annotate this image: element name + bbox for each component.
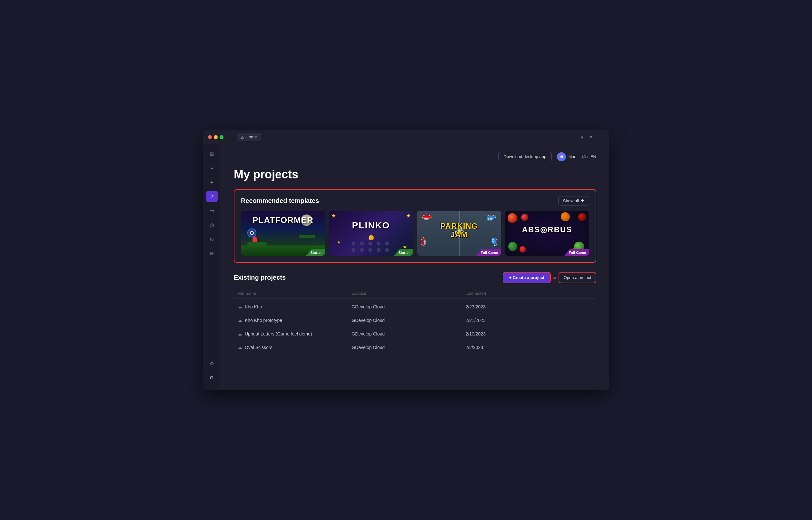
parking-jam-title: PARKINGJAM (421, 222, 497, 239)
plus-icon: ✚ (581, 199, 584, 203)
main-layout: ⊞ » ✦ ↗ ▭ ◎ ⊙ ⊕ ⚙ G Download desktop app… (203, 144, 609, 390)
home-tab-label: Home (246, 134, 257, 139)
sidebar-item-gamepad[interactable]: ⊙ (206, 233, 218, 245)
project-name-cell: ☁ Kho Kho (238, 304, 352, 309)
star-decoration-right: ★ (406, 213, 410, 218)
template-card-parking-jam[interactable]: 🚗 🚙 🚕 🚗 🚙 PARKINGJAM Full Game (417, 211, 501, 256)
project-location: GDevelop Cloud (352, 304, 465, 309)
titlebar-right: ∨ ✦ ⋮ (580, 134, 604, 141)
user-profile[interactable]: 4i 4ian (557, 152, 576, 161)
sidebar-item-cursor[interactable]: ↗ (206, 191, 218, 202)
platformer-title: PLATFORMER (245, 215, 321, 225)
avatar: 4i (557, 152, 566, 161)
sidebar-item-gift[interactable]: ◎ (206, 219, 218, 231)
cloud-icon: ☁ (238, 304, 242, 309)
traffic-lights (208, 135, 223, 139)
menu-icon[interactable]: ≡ (227, 133, 233, 141)
template-card-absorbus[interactable]: ABS◎RBUS Full Game (505, 211, 589, 256)
last-edited-header: Last edited (466, 291, 579, 296)
cloud-icon: ☁ (238, 318, 242, 323)
recommended-templates-section: Recommended templates Show all ✚ PLATFOR… (234, 189, 596, 263)
project-date: 2/23/2023 (466, 304, 579, 309)
project-name-cell: ☁ Oval Scissors (238, 345, 352, 350)
chevron-down-icon[interactable]: ∨ (580, 134, 584, 140)
absorbus-full-game-badge: Full Game (564, 249, 589, 256)
download-desktop-app-button[interactable]: Download desktop app (498, 152, 552, 161)
project-name: Upbeat Letters (Game feel demo) (245, 331, 312, 336)
cloud-icon: ☁ (238, 331, 242, 336)
location-header: Location (352, 291, 465, 296)
sidebar-item-globe[interactable]: ⊕ (206, 248, 218, 259)
home-icon: ⌂ (241, 134, 243, 140)
table-row[interactable]: ☁ Oval Scissors GDevelop Cloud 2/2/2023 … (234, 341, 596, 354)
existing-header: Existing projects + Create a project or … (234, 272, 596, 283)
show-all-button[interactable]: Show all ✚ (558, 196, 589, 206)
star-decoration-left: ★ (331, 213, 336, 218)
project-more-button[interactable]: ⋮ (579, 344, 592, 351)
table-row[interactable]: ☁ Kho Kho prototype GDevelop Cloud 2/21/… (234, 314, 596, 327)
sidebar: ⊞ » ✦ ↗ ▭ ◎ ⊙ ⊕ ⚙ G (203, 144, 221, 390)
project-more-button[interactable]: ⋮ (579, 330, 592, 337)
project-date: 2/21/2023 (466, 318, 579, 323)
or-separator: or (553, 275, 557, 280)
content-area: Download desktop app 4i 4ian ⟨A⟩ EN My p… (221, 144, 609, 390)
show-all-label: Show all (563, 199, 579, 203)
username-label: 4ian (569, 154, 576, 159)
existing-title: Existing projects (234, 274, 286, 281)
home-tab[interactable]: ⌂ Home (237, 133, 261, 141)
project-more-button[interactable]: ⋮ (579, 317, 592, 324)
filename-header: File name (238, 291, 352, 296)
table-row[interactable]: ☁ Kho Kho GDevelop Cloud 2/23/2023 ⋮ (234, 300, 596, 314)
project-name: Oval Scissors (245, 345, 272, 350)
existing-projects-section: Existing projects + Create a project or … (234, 272, 596, 354)
template-card-platformer[interactable]: PLATFORMER (241, 211, 325, 256)
page-title: My projects (234, 168, 596, 181)
titlebar: ≡ ⌂ Home ∨ ✦ ⋮ (203, 130, 609, 144)
plinko-thumbnail: ★ ★ PLINKO (329, 211, 413, 256)
project-name-cell: ☁ Upbeat Letters (Game feel demo) (238, 331, 352, 336)
sidebar-item-panels[interactable]: ⊞ (206, 148, 218, 160)
language-label: EN (591, 154, 596, 159)
maximize-button[interactable] (220, 135, 223, 139)
plinko-title: PLINKO (333, 220, 409, 231)
settings-icon[interactable]: ⚙ (206, 358, 218, 369)
recommended-title: Recommended templates (241, 197, 319, 205)
close-button[interactable] (208, 135, 212, 139)
actions-header (579, 291, 592, 296)
project-more-button[interactable]: ⋮ (579, 303, 592, 310)
translate-icon: ⟨A⟩ (582, 154, 588, 159)
project-date: 2/2/2023 (466, 345, 579, 350)
project-location: GDevelop Cloud (352, 331, 465, 336)
platformer-thumbnail: PLATFORMER (241, 211, 325, 256)
template-card-plinko[interactable]: ★ ★ PLINKO (329, 211, 413, 256)
project-name: Kho Kho prototype (245, 318, 282, 323)
more-options-icon[interactable]: ⋮ (598, 134, 604, 141)
content-topbar: Download desktop app 4i 4ian ⟨A⟩ EN (234, 152, 596, 161)
language-selector[interactable]: ⟨A⟩ EN (582, 154, 596, 159)
minimize-button[interactable] (214, 135, 218, 139)
templates-grid: PLATFORMER (241, 211, 589, 256)
sidebar-item-monitor[interactable]: ▭ (206, 205, 218, 216)
project-date: 2/10/2023 (466, 331, 579, 336)
sidebar-item-sparkle[interactable]: ✦ (206, 177, 218, 188)
absorbus-title: ABS◎RBUS (509, 225, 585, 234)
puzzle-icon[interactable]: ✦ (589, 134, 593, 140)
sidebar-item-expand[interactable]: » (206, 162, 218, 174)
app-window: ≡ ⌂ Home ∨ ✦ ⋮ ⊞ » ✦ ↗ ▭ ◎ ⊙ ⊕ ⚙ G (203, 130, 609, 390)
create-project-button[interactable]: + Create a project (503, 272, 551, 283)
project-name-cell: ☁ Kho Kho prototype (238, 318, 352, 323)
cloud-icon: ☁ (238, 345, 242, 350)
project-name: Kho Kho (245, 304, 262, 309)
existing-actions: + Create a project or Open a project (503, 272, 596, 283)
open-project-button[interactable]: Open a project (559, 272, 596, 283)
recommended-header: Recommended templates Show all ✚ (241, 196, 589, 206)
project-location: GDevelop Cloud (352, 318, 465, 323)
table-row[interactable]: ☁ Upbeat Letters (Game feel demo) GDevel… (234, 327, 596, 341)
table-header: File name Location Last edited (234, 288, 596, 299)
project-location: GDevelop Cloud (352, 345, 465, 350)
absorbus-thumbnail: ABS◎RBUS Full Game (505, 211, 589, 256)
sidebar-bottom: ⚙ G (206, 358, 218, 386)
plinko-starter-badge: Starter (394, 249, 413, 256)
parking-jam-thumbnail: 🚗 🚙 🚕 🚗 🚙 PARKINGJAM Full Game (417, 211, 501, 256)
gdevelop-logo-icon[interactable]: G (206, 372, 218, 384)
